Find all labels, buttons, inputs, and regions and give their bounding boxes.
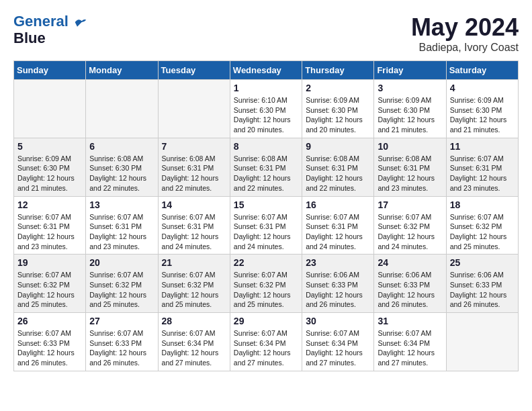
day-info: Sunrise: 6:06 AM Sunset: 6:33 PM Dayligh… (450, 270, 515, 310)
calendar-week-row: 26Sunrise: 6:07 AM Sunset: 6:33 PM Dayli… (14, 313, 519, 371)
day-info: Sunrise: 6:07 AM Sunset: 6:31 PM Dayligh… (17, 212, 82, 252)
calendar-week-row: 5Sunrise: 6:09 AM Sunset: 6:30 PM Daylig… (14, 138, 519, 196)
day-number: 19 (17, 257, 82, 268)
title-block: May 2024 Badiepa, Ivory Coast (411, 13, 519, 54)
weekday-header-thursday: Thursday (302, 61, 374, 80)
day-info: Sunrise: 6:07 AM Sunset: 6:31 PM Dayligh… (89, 212, 154, 252)
day-info: Sunrise: 6:06 AM Sunset: 6:33 PM Dayligh… (378, 270, 442, 310)
location: Badiepa, Ivory Coast (411, 42, 519, 54)
day-info: Sunrise: 6:07 AM Sunset: 6:31 PM Dayligh… (162, 212, 226, 252)
calendar-cell: 13Sunrise: 6:07 AM Sunset: 6:31 PM Dayli… (86, 196, 158, 255)
day-info: Sunrise: 6:06 AM Sunset: 6:33 PM Dayligh… (306, 270, 370, 310)
day-number: 29 (234, 316, 298, 326)
calendar-cell: 15Sunrise: 6:07 AM Sunset: 6:31 PM Dayli… (230, 196, 302, 255)
day-number: 13 (89, 199, 154, 210)
calendar-cell: 24Sunrise: 6:06 AM Sunset: 6:33 PM Dayli… (374, 255, 446, 313)
calendar-cell: 3Sunrise: 6:09 AM Sunset: 6:30 PM Daylig… (374, 80, 446, 138)
calendar-cell: 8Sunrise: 6:08 AM Sunset: 6:31 PM Daylig… (230, 138, 302, 196)
day-info: Sunrise: 6:07 AM Sunset: 6:34 PM Dayligh… (306, 328, 370, 368)
day-number: 30 (306, 316, 370, 326)
calendar-cell: 16Sunrise: 6:07 AM Sunset: 6:31 PM Dayli… (302, 196, 374, 255)
calendar-cell: 25Sunrise: 6:06 AM Sunset: 6:33 PM Dayli… (446, 255, 518, 313)
day-info: Sunrise: 6:07 AM Sunset: 6:32 PM Dayligh… (162, 270, 226, 310)
calendar-cell (446, 313, 518, 371)
calendar-cell: 2Sunrise: 6:09 AM Sunset: 6:30 PM Daylig… (302, 80, 374, 138)
logo: General Blue (13, 13, 87, 47)
logo-bird-icon (74, 15, 87, 29)
day-number: 17 (378, 199, 442, 210)
day-number: 11 (450, 141, 515, 152)
day-info: Sunrise: 6:08 AM Sunset: 6:31 PM Dayligh… (162, 154, 226, 193)
calendar-cell: 28Sunrise: 6:07 AM Sunset: 6:34 PM Dayli… (158, 313, 230, 371)
day-number: 18 (450, 199, 515, 210)
weekday-header-saturday: Saturday (446, 61, 518, 80)
calendar-cell: 14Sunrise: 6:07 AM Sunset: 6:31 PM Dayli… (158, 196, 230, 255)
day-number: 3 (378, 83, 442, 93)
calendar-cell: 11Sunrise: 6:07 AM Sunset: 6:31 PM Dayli… (446, 138, 518, 196)
weekday-header-monday: Monday (86, 61, 158, 80)
weekday-header-tuesday: Tuesday (158, 61, 230, 80)
calendar-week-row: 12Sunrise: 6:07 AM Sunset: 6:31 PM Dayli… (14, 196, 519, 255)
day-info: Sunrise: 6:09 AM Sunset: 6:30 PM Dayligh… (17, 154, 82, 193)
day-number: 8 (234, 141, 298, 152)
calendar-cell: 7Sunrise: 6:08 AM Sunset: 6:31 PM Daylig… (158, 138, 230, 196)
day-info: Sunrise: 6:08 AM Sunset: 6:31 PM Dayligh… (234, 154, 298, 193)
calendar-week-row: 1Sunrise: 6:10 AM Sunset: 6:30 PM Daylig… (14, 80, 519, 138)
day-number: 26 (17, 316, 82, 326)
calendar-cell: 29Sunrise: 6:07 AM Sunset: 6:34 PM Dayli… (230, 313, 302, 371)
day-info: Sunrise: 6:07 AM Sunset: 6:32 PM Dayligh… (234, 270, 298, 310)
calendar-cell: 5Sunrise: 6:09 AM Sunset: 6:30 PM Daylig… (14, 138, 86, 196)
calendar-cell: 31Sunrise: 6:07 AM Sunset: 6:34 PM Dayli… (374, 313, 446, 371)
calendar-cell: 30Sunrise: 6:07 AM Sunset: 6:34 PM Dayli… (302, 313, 374, 371)
calendar-cell: 22Sunrise: 6:07 AM Sunset: 6:32 PM Dayli… (230, 255, 302, 313)
calendar-cell: 9Sunrise: 6:08 AM Sunset: 6:31 PM Daylig… (302, 138, 374, 196)
day-number: 2 (306, 83, 370, 93)
day-info: Sunrise: 6:08 AM Sunset: 6:30 PM Dayligh… (89, 154, 154, 193)
day-info: Sunrise: 6:07 AM Sunset: 6:31 PM Dayligh… (306, 212, 370, 252)
day-info: Sunrise: 6:07 AM Sunset: 6:32 PM Dayligh… (450, 212, 515, 252)
day-info: Sunrise: 6:07 AM Sunset: 6:32 PM Dayligh… (89, 270, 154, 310)
calendar-cell: 4Sunrise: 6:09 AM Sunset: 6:30 PM Daylig… (446, 80, 518, 138)
day-number: 4 (450, 83, 515, 93)
page-header: General Blue May 2024 Badiepa, Ivory Coa… (13, 13, 519, 54)
day-number: 15 (234, 199, 298, 210)
calendar-cell: 23Sunrise: 6:06 AM Sunset: 6:33 PM Dayli… (302, 255, 374, 313)
calendar-cell (14, 80, 86, 138)
month-title: May 2024 (411, 13, 519, 42)
day-number: 31 (378, 316, 442, 326)
day-info: Sunrise: 6:10 AM Sunset: 6:30 PM Dayligh… (234, 95, 298, 135)
day-info: Sunrise: 6:07 AM Sunset: 6:32 PM Dayligh… (17, 270, 82, 310)
day-number: 7 (162, 141, 226, 152)
day-info: Sunrise: 6:09 AM Sunset: 6:30 PM Dayligh… (450, 95, 515, 135)
day-info: Sunrise: 6:08 AM Sunset: 6:31 PM Dayligh… (306, 154, 370, 193)
calendar-cell: 1Sunrise: 6:10 AM Sunset: 6:30 PM Daylig… (230, 80, 302, 138)
day-number: 23 (306, 257, 370, 268)
calendar-cell (158, 80, 230, 138)
day-number: 6 (89, 141, 154, 152)
day-info: Sunrise: 6:07 AM Sunset: 6:34 PM Dayligh… (378, 328, 442, 368)
day-info: Sunrise: 6:07 AM Sunset: 6:34 PM Dayligh… (162, 328, 226, 368)
day-number: 14 (162, 199, 226, 210)
weekday-header-wednesday: Wednesday (230, 61, 302, 80)
calendar-cell: 20Sunrise: 6:07 AM Sunset: 6:32 PM Dayli… (86, 255, 158, 313)
day-number: 1 (234, 83, 298, 93)
day-info: Sunrise: 6:08 AM Sunset: 6:31 PM Dayligh… (378, 154, 442, 193)
day-number: 5 (17, 141, 82, 152)
calendar-cell: 10Sunrise: 6:08 AM Sunset: 6:31 PM Dayli… (374, 138, 446, 196)
day-number: 12 (17, 199, 82, 210)
calendar-cell (86, 80, 158, 138)
calendar-cell: 21Sunrise: 6:07 AM Sunset: 6:32 PM Dayli… (158, 255, 230, 313)
day-info: Sunrise: 6:07 AM Sunset: 6:33 PM Dayligh… (17, 328, 82, 368)
day-info: Sunrise: 6:07 AM Sunset: 6:33 PM Dayligh… (89, 328, 154, 368)
day-number: 27 (89, 316, 154, 326)
day-number: 10 (378, 141, 442, 152)
calendar-cell: 18Sunrise: 6:07 AM Sunset: 6:32 PM Dayli… (446, 196, 518, 255)
calendar-week-row: 19Sunrise: 6:07 AM Sunset: 6:32 PM Dayli… (14, 255, 519, 313)
day-info: Sunrise: 6:07 AM Sunset: 6:34 PM Dayligh… (234, 328, 298, 368)
day-number: 28 (162, 316, 226, 326)
day-info: Sunrise: 6:09 AM Sunset: 6:30 PM Dayligh… (378, 95, 442, 135)
day-number: 20 (89, 257, 154, 268)
day-info: Sunrise: 6:07 AM Sunset: 6:31 PM Dayligh… (234, 212, 298, 252)
calendar-cell: 6Sunrise: 6:08 AM Sunset: 6:30 PM Daylig… (86, 138, 158, 196)
calendar-cell: 27Sunrise: 6:07 AM Sunset: 6:33 PM Dayli… (86, 313, 158, 371)
